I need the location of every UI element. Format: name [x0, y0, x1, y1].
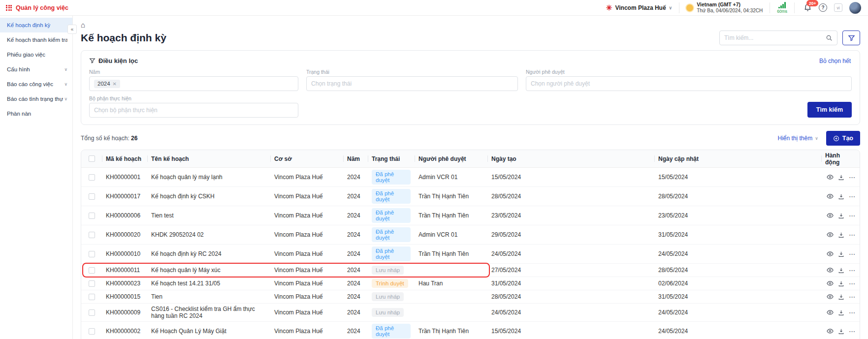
column-header-updated[interactable]: Ngày cập nhật	[654, 150, 821, 167]
row-checkbox[interactable]	[89, 280, 95, 287]
select-all-checkbox[interactable]	[89, 155, 95, 162]
clear-all-link[interactable]: Bỏ chọn hết	[819, 58, 851, 64]
table-row[interactable]: KH00000001Kế hoạch quản lý máy lạnhVinco…	[81, 168, 860, 187]
user-avatar[interactable]	[849, 2, 861, 14]
sidebar-collapse-button[interactable]: «	[67, 25, 77, 34]
more-actions-button[interactable]: ⋯	[849, 231, 856, 239]
view-button[interactable]	[827, 328, 834, 335]
total-count: Tổng số kế hoạch: 26	[81, 135, 137, 142]
download-button[interactable]	[838, 280, 844, 287]
view-icon	[827, 212, 834, 219]
more-actions-button[interactable]: ⋯	[849, 250, 856, 258]
remove-tag-icon[interactable]: ✕	[113, 81, 117, 87]
view-button[interactable]	[827, 193, 834, 200]
column-header-site[interactable]: Cơ sở	[270, 150, 343, 167]
view-button[interactable]	[827, 250, 834, 257]
view-button[interactable]	[827, 174, 834, 181]
column-header-code[interactable]: Mã kế hoạch	[102, 150, 147, 167]
column-header-created[interactable]: Ngày tạo	[487, 150, 654, 167]
sidebar-item[interactable]: Phàn nàn	[0, 106, 72, 121]
sidebar-item[interactable]: Cấu hình∨	[0, 62, 72, 77]
more-actions-button[interactable]: ⋯	[849, 280, 856, 287]
show-more-link[interactable]: Hiển thị thêm ∨	[777, 135, 818, 142]
download-button[interactable]	[838, 232, 844, 238]
plan-year: 2024	[343, 326, 368, 337]
help-icon: ?	[821, 5, 824, 10]
table-row[interactable]: KH00000006Tien testVincom Plaza Huế2024Đ…	[81, 206, 860, 225]
more-actions-button[interactable]: ⋯	[849, 293, 856, 301]
row-checkbox[interactable]	[89, 193, 95, 200]
department-select[interactable]: Chọn bộ phận thực hiện	[89, 103, 298, 118]
search-input[interactable]	[724, 34, 826, 41]
more-actions-button[interactable]: ⋯	[849, 174, 856, 181]
row-checkbox[interactable]	[89, 328, 95, 335]
download-button[interactable]	[838, 267, 844, 274]
approver-select[interactable]: Chọn người phê duyệt	[526, 76, 852, 91]
column-header-status[interactable]: Trạng thái	[368, 150, 415, 167]
table-row[interactable]: KH00000002Kế Hoạch Quản Lý Máy GiặtVinco…	[81, 322, 860, 339]
row-checkbox[interactable]	[89, 174, 95, 181]
filter-toggle-button[interactable]	[842, 31, 860, 45]
more-actions-button[interactable]: ⋯	[849, 193, 856, 200]
sidebar-item[interactable]: Báo cáo công việc∨	[0, 77, 72, 92]
home-icon[interactable]: ⌂	[81, 21, 85, 29]
download-button[interactable]	[838, 251, 844, 257]
download-button[interactable]	[838, 193, 844, 200]
search-icon[interactable]	[826, 34, 833, 41]
download-button[interactable]	[838, 328, 844, 335]
view-button[interactable]	[827, 280, 834, 287]
view-button[interactable]	[827, 293, 834, 300]
sidebar-item[interactable]: Báo cáo tình trạng thực hiện∨	[0, 92, 72, 106]
plan-site: Vincom Plaza Huế	[270, 307, 343, 318]
table-row[interactable]: KH00000015TienVincom Plaza Huế2024Lưu nh…	[81, 290, 860, 304]
more-actions-button[interactable]: ⋯	[849, 328, 856, 335]
more-actions-button[interactable]: ⋯	[849, 309, 856, 316]
table-row[interactable]: KH00000017Kế hoạch định kỳ CSKHVincom Pl…	[81, 187, 860, 206]
plan-approver	[415, 295, 487, 299]
create-button[interactable]: Tạo	[826, 131, 860, 146]
column-header-name[interactable]: Tên kế hoạch	[147, 150, 270, 167]
table-row[interactable]: KH00000020KHDK 29052024 02Vincom Plaza H…	[81, 225, 860, 245]
status-select[interactable]: Chọn trạng thái	[306, 76, 518, 91]
site-switcher[interactable]: ✳ Vincom Plaza Huế ∨	[606, 4, 672, 11]
view-button[interactable]	[827, 231, 834, 238]
filter-search-button[interactable]: Tìm kiếm	[807, 102, 852, 118]
column-header-year[interactable]: Năm	[343, 150, 368, 167]
locale-info: Vietnam (GMT +7) Thứ Ba, 04/06/2024, 04:…	[686, 1, 763, 14]
row-checkbox[interactable]	[89, 309, 95, 316]
more-actions-button[interactable]: ⋯	[849, 267, 856, 274]
app-grid-icon[interactable]	[6, 5, 12, 11]
status-label: Trạng thái	[306, 69, 518, 75]
row-checkbox[interactable]	[89, 213, 95, 219]
table-row[interactable]: KH00000023Kế hoạch test 14.21 31/05Vinco…	[81, 277, 860, 290]
plan-year: 2024	[343, 210, 368, 221]
plan-name: KHDK 29052024 02	[147, 229, 270, 240]
row-checkbox[interactable]	[89, 251, 95, 257]
notifications-button[interactable]: 20+	[804, 3, 812, 12]
view-button[interactable]	[827, 267, 834, 274]
download-button[interactable]	[838, 174, 844, 181]
row-checkbox[interactable]	[89, 232, 95, 238]
column-header-approver[interactable]: Người phê duyệt	[415, 150, 487, 167]
download-button[interactable]	[838, 213, 844, 219]
table-row[interactable]: KH00000009CS016 - Checklist kiểm tra GH …	[81, 304, 860, 322]
status-badge: Đã phê duyệt	[372, 227, 411, 242]
sidebar-item[interactable]: Phiếu giao việc	[0, 47, 72, 62]
plan-approver	[415, 268, 487, 272]
download-button[interactable]	[838, 309, 844, 316]
language-button[interactable]: vi	[834, 3, 842, 12]
help-button[interactable]: ?	[819, 3, 827, 12]
view-button[interactable]	[827, 212, 834, 219]
download-icon	[838, 294, 844, 300]
table-row[interactable]: KH00000010Kế hoạch định kỳ RC 2024Vincom…	[81, 245, 860, 264]
total-count-value: 26	[131, 135, 137, 142]
sidebar-item[interactable]: Kế hoạch định kỳ	[0, 18, 72, 32]
row-checkbox[interactable]	[89, 267, 95, 274]
table-row[interactable]: KH00000011Kế hoạch quản lý Máy xúcVincom…	[81, 264, 860, 277]
sidebar-item[interactable]: Kế hoạch thanh kiểm tra chất...	[0, 32, 72, 47]
year-select[interactable]: 2024 ✕	[89, 76, 298, 91]
row-checkbox[interactable]	[89, 294, 95, 300]
download-button[interactable]	[838, 294, 844, 300]
view-button[interactable]	[827, 309, 834, 316]
more-actions-button[interactable]: ⋯	[849, 212, 856, 219]
